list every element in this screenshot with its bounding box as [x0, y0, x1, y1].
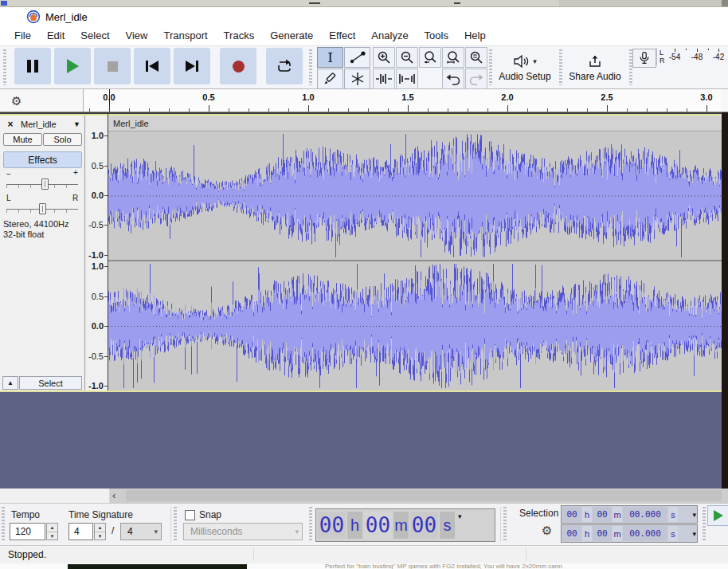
menu-view[interactable]: View [118, 26, 156, 45]
zoom-toggle-button[interactable] [465, 47, 487, 68]
gear-icon: ⚙ [542, 524, 552, 537]
selection-end-minutes[interactable]: 00 [593, 526, 612, 541]
audio-position-display[interactable]: 00 h 00 m 00 s ▾ [315, 508, 495, 542]
play-at-speed-button[interactable] [707, 505, 728, 526]
track-select-button[interactable]: Select [19, 376, 82, 390]
scroll-left-arrow-icon[interactable]: ‹ [112, 489, 115, 502]
timeline-tick [169, 108, 170, 112]
meter-tick [697, 49, 698, 52]
time-format-dropdown-icon[interactable]: ▾ [458, 512, 462, 520]
loop-button[interactable] [266, 48, 303, 84]
scrollbar-corner [0, 489, 110, 503]
solo-button[interactable]: Solo [43, 133, 82, 146]
gain-slider[interactable] [41, 179, 49, 190]
play-button[interactable] [54, 48, 91, 84]
audio-clip[interactable]: Merl_idle [108, 114, 722, 392]
tempo-input[interactable]: 120 [10, 523, 45, 540]
menu-transport[interactable]: Transport [155, 26, 215, 45]
silence-audio-button[interactable] [396, 69, 418, 89]
pan-slider[interactable] [39, 203, 46, 214]
scrollbar-thumb[interactable] [126, 490, 722, 501]
skip-to-end-button[interactable] [174, 48, 210, 84]
zoom-out-button[interactable] [396, 47, 418, 68]
clip-title-bar[interactable]: Merl_idle [108, 116, 722, 131]
timeline-label: 1.0 [299, 92, 318, 102]
menu-generate[interactable]: Generate [262, 26, 321, 45]
menu-analyze[interactable]: Analyze [363, 26, 416, 45]
time-signature-lower-select[interactable]: 4 ▾ [120, 523, 162, 540]
menu-edit[interactable]: Edit [39, 26, 72, 45]
undo-button[interactable] [442, 69, 464, 89]
multi-tool-button[interactable] [344, 69, 370, 89]
toolbar-grip[interactable] [174, 507, 177, 542]
menu-effect[interactable]: Effect [321, 26, 363, 45]
envelope-tool-button[interactable] [344, 47, 370, 68]
dropdown-arrow-icon[interactable]: ▾ [692, 511, 696, 519]
selection-end-field[interactable]: 00 h 00 m 00.000 s ▾ [561, 524, 698, 543]
toolbar-grip[interactable] [2, 507, 5, 542]
trim-audio-button[interactable] [373, 69, 395, 89]
vertical-ruler[interactable]: 1.0 0.5 0.0 -0.5 -1.0 1.0 0.5 0.0 -0.5 -… [85, 116, 108, 390]
waveform-left-channel[interactable] [108, 131, 722, 260]
selection-tool-button[interactable]: I [317, 47, 343, 68]
timeline-label: 2.5 [597, 92, 616, 102]
toolbar-grip[interactable] [503, 507, 507, 542]
gear-icon: ⚙ [11, 95, 22, 107]
toolbar-grip[interactable] [309, 507, 312, 542]
menu-tracks[interactable]: Tracks [216, 26, 263, 45]
stop-button[interactable] [94, 48, 131, 84]
record-button[interactable] [220, 48, 256, 84]
selection-start-seconds-unit: s [668, 507, 678, 522]
effects-button[interactable]: Effects [3, 151, 82, 168]
dropdown-arrow-icon[interactable]: ▾ [692, 530, 696, 538]
selection-start-seconds[interactable]: 00.000 [623, 507, 667, 522]
menu-file[interactable]: File [6, 26, 39, 45]
pause-button[interactable] [14, 48, 51, 84]
redo-button[interactable] [465, 69, 487, 89]
draw-tool-button[interactable] [317, 69, 343, 89]
menu-tools[interactable]: Tools [417, 26, 456, 45]
selection-end-seconds[interactable]: 00.000 [623, 526, 667, 541]
selection-start-minutes[interactable]: 00 [593, 507, 612, 522]
time-signature-upper-input[interactable]: 4 [68, 523, 93, 540]
selection-end-hours-unit: h [582, 526, 592, 541]
collapse-track-button[interactable]: ▲ [2, 376, 18, 390]
skip-to-start-button[interactable] [134, 48, 170, 84]
audio-setup-button[interactable]: ▾ Audio Setup [494, 48, 556, 88]
mute-button[interactable]: Mute [3, 133, 42, 146]
record-meter-button[interactable] [632, 49, 656, 68]
toolbar-grip[interactable] [3, 49, 6, 85]
selection-start-hours[interactable]: 00 [562, 507, 581, 522]
audacity-window: Merl_idle File Edit Select View Transpor… [0, 0, 728, 569]
toolbar-grip[interactable] [489, 49, 492, 85]
meter-tick [686, 49, 687, 50]
zoom-selection-button[interactable] [419, 47, 441, 68]
share-audio-button[interactable]: Share Audio [562, 48, 628, 88]
selection-start-field[interactable]: 00 h 00 m 00.000 s ▾ [561, 505, 698, 524]
tempo-spinner[interactable]: ▲▼ [46, 523, 58, 540]
close-track-button[interactable]: × [4, 118, 17, 131]
track-menu-arrow-icon: ▼ [73, 120, 80, 128]
snap-checkbox[interactable] [185, 510, 195, 520]
toolbar-grip[interactable] [309, 49, 312, 85]
position-seconds[interactable]: 00 [410, 512, 438, 539]
play-icon [67, 59, 79, 73]
timeline-options-button[interactable]: ⚙ [0, 89, 84, 112]
vruler-label: 0.5 [92, 161, 104, 171]
selection-options-gear-icon[interactable]: ⚙ [542, 524, 552, 537]
timeline-ruler[interactable]: 0.00.51.01.52.02.53.0 [84, 89, 722, 112]
waveform-right-channel[interactable] [108, 261, 722, 390]
fit-project-button[interactable] [442, 47, 464, 68]
zoom-in-button[interactable] [373, 47, 395, 68]
snap-mode-select[interactable]: Milliseconds ▾ [183, 523, 303, 540]
menu-select[interactable]: Select [72, 26, 117, 45]
toolbar-grip[interactable] [703, 507, 706, 542]
position-minutes[interactable]: 00 [364, 512, 392, 539]
undo-icon [445, 72, 461, 86]
selection-end-hours[interactable]: 00 [562, 526, 581, 541]
horizontal-scrollbar[interactable]: ‹ [0, 489, 728, 503]
position-hours[interactable]: 00 [318, 512, 346, 539]
track-name-dropdown[interactable]: Merl_idle ▼ [18, 118, 83, 131]
menu-help[interactable]: Help [456, 26, 494, 45]
time-signature-spinner[interactable]: ▲▼ [94, 523, 106, 540]
